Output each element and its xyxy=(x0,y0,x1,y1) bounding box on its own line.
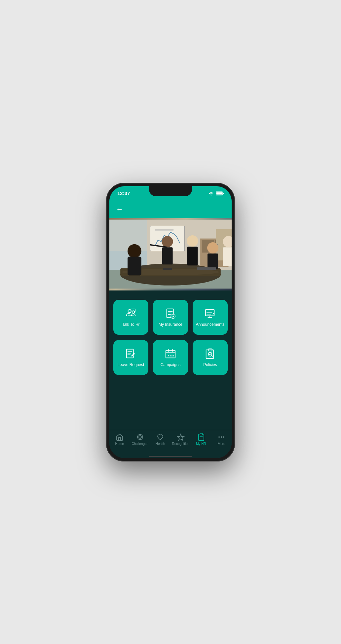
svg-rect-29 xyxy=(163,268,172,270)
phone-frame: 12:37 ← xyxy=(106,183,235,461)
nav-challenges-label: Challenges xyxy=(132,442,148,446)
status-time: 12:37 xyxy=(117,190,130,196)
talk-hr-icon xyxy=(125,307,137,320)
nav-challenges[interactable]: Challenges xyxy=(130,433,150,446)
policies-icon xyxy=(204,347,216,360)
nav-recognition[interactable]: Recognition xyxy=(170,433,191,446)
grid-row-2: Leave Request ★ ★ ★ Ca xyxy=(116,340,225,375)
my-hr-icon xyxy=(197,433,205,441)
svg-point-24 xyxy=(207,242,218,253)
status-icons xyxy=(208,191,224,195)
insurance-icon xyxy=(164,307,177,320)
svg-point-64 xyxy=(218,436,220,438)
svg-rect-25 xyxy=(208,254,218,269)
leave-request-button[interactable]: Leave Request xyxy=(113,340,148,375)
my-insurance-button[interactable]: My Insurance xyxy=(153,300,188,335)
grid-row-1: Talk To Hr My Insur xyxy=(116,300,225,335)
recognition-icon xyxy=(177,433,185,441)
nav-health-label: Health xyxy=(156,442,165,446)
home-bar xyxy=(149,456,192,457)
main-content: Talk To Hr My Insur xyxy=(109,290,232,430)
wifi-icon xyxy=(208,191,214,195)
nav-more-label: More xyxy=(218,442,225,446)
nav-my-hr[interactable]: My HR xyxy=(191,433,211,446)
svg-rect-44 xyxy=(127,349,133,358)
hero-image xyxy=(109,218,232,290)
campaigns-button[interactable]: ★ ★ ★ Campaigns xyxy=(153,340,188,375)
meeting-scene-svg xyxy=(109,218,232,290)
announcements-button[interactable]: Announcements xyxy=(193,300,228,335)
svg-text:★: ★ xyxy=(168,355,170,357)
header-bar: ← xyxy=(109,201,232,218)
policies-label: Policies xyxy=(203,362,217,367)
svg-rect-23 xyxy=(187,247,198,265)
svg-rect-20 xyxy=(162,247,172,264)
nav-home[interactable]: Home xyxy=(109,433,130,446)
notch xyxy=(149,186,192,196)
svg-rect-2 xyxy=(223,193,224,194)
campaigns-icon: ★ ★ ★ xyxy=(164,347,177,360)
talk-to-hr-button[interactable]: Talk To Hr xyxy=(113,300,148,335)
leave-request-label: Leave Request xyxy=(118,362,144,367)
more-icon xyxy=(217,433,225,441)
svg-rect-18 xyxy=(128,256,141,275)
svg-rect-8 xyxy=(155,229,174,231)
leave-icon xyxy=(125,347,137,360)
svg-point-59 xyxy=(139,436,140,437)
challenges-icon xyxy=(136,433,144,441)
svg-rect-28 xyxy=(197,267,216,270)
home-indicator xyxy=(109,456,232,458)
nav-home-label: Home xyxy=(115,442,124,446)
battery-icon xyxy=(216,191,224,195)
svg-rect-27 xyxy=(223,247,232,266)
home-icon xyxy=(116,433,124,441)
announcements-label: Announcements xyxy=(196,322,225,327)
svg-point-66 xyxy=(223,436,224,438)
health-icon xyxy=(156,433,164,441)
campaigns-label: Campaigns xyxy=(161,362,181,367)
svg-point-22 xyxy=(187,235,198,247)
my-insurance-label: My Insurance xyxy=(159,322,182,327)
svg-text:★: ★ xyxy=(170,355,172,357)
svg-rect-1 xyxy=(216,192,222,194)
nav-recognition-label: Recognition xyxy=(172,442,189,446)
svg-point-65 xyxy=(221,436,222,438)
svg-point-17 xyxy=(128,244,141,258)
nav-more[interactable]: More xyxy=(211,433,232,446)
policies-button[interactable]: Policies xyxy=(193,340,228,375)
svg-point-19 xyxy=(162,236,173,247)
svg-text:★: ★ xyxy=(172,355,174,357)
talk-to-hr-label: Talk To Hr xyxy=(122,322,139,327)
phone-screen: 12:37 ← xyxy=(109,186,232,458)
svg-rect-61 xyxy=(200,433,203,435)
bottom-nav: Home Challenges Health xyxy=(109,430,232,456)
nav-my-hr-label: My HR xyxy=(196,442,206,446)
back-button[interactable]: ← xyxy=(116,205,123,214)
announcements-icon xyxy=(204,307,216,320)
nav-health[interactable]: Health xyxy=(150,433,170,446)
